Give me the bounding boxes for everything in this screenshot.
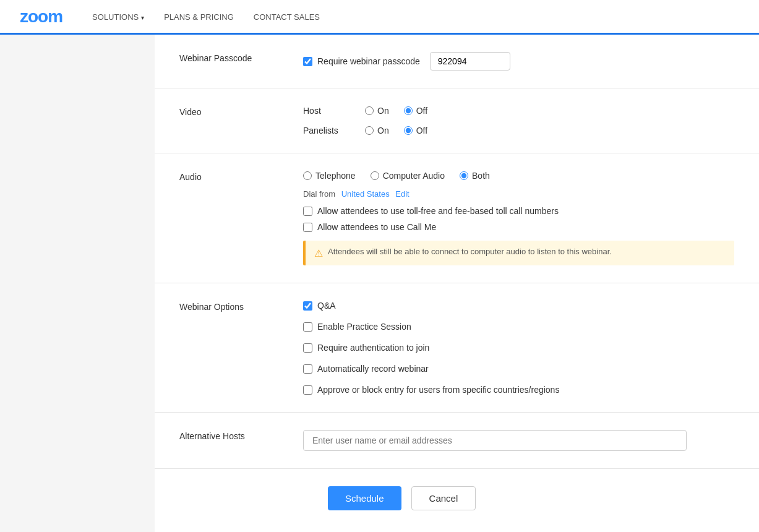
host-row: Host On Off [303, 106, 734, 116]
host-label: Host [303, 106, 365, 116]
host-on-radio[interactable] [365, 106, 374, 115]
panelists-off-text: Off [416, 126, 427, 135]
host-on-label[interactable]: On [365, 106, 389, 116]
nav-contact-link[interactable]: CONTACT SALES [254, 12, 320, 22]
nav-contact[interactable]: CONTACT SALES [254, 12, 320, 22]
info-icon: ⚠ [314, 247, 323, 259]
dial-from: Dial from United States Edit [303, 189, 734, 199]
host-on-text: On [377, 106, 389, 116]
computer-audio-radio[interactable] [371, 171, 379, 180]
practice-text: Enable Practice Session [317, 322, 411, 332]
schedule-button[interactable]: Schedule [328, 486, 401, 510]
panelists-off-label[interactable]: Off [404, 126, 427, 135]
info-message: Attendees will still be able to connect … [328, 247, 612, 256]
require-passcode-checkbox[interactable] [303, 57, 312, 66]
alt-hosts-input[interactable] [303, 430, 687, 451]
panelists-on-radio[interactable] [365, 126, 374, 135]
video-content: Host On Off Panelists [303, 106, 734, 135]
button-row: Schedule Cancel [155, 469, 759, 528]
qa-text: Q&A [317, 301, 336, 311]
record-option[interactable]: Automatically record webinar [303, 364, 734, 374]
webinar-options-label: Webinar Options [179, 301, 303, 395]
panelists-radio-group: On Off [365, 126, 427, 135]
nav-plans[interactable]: PLANS & PRICING [164, 12, 234, 22]
computer-audio-option[interactable]: Computer Audio [371, 171, 445, 181]
panelists-on-text: On [377, 126, 389, 135]
call-me-checkbox[interactable] [303, 223, 312, 232]
both-radio[interactable] [460, 171, 468, 180]
zoom-logo-text: zoom [20, 7, 62, 26]
edit-link[interactable]: Edit [395, 189, 409, 199]
countries-text: Approve or block entry for users from sp… [317, 385, 559, 395]
nav-solutions-link[interactable]: SOLUTIONS [92, 12, 139, 22]
require-passcode-checkbox-label[interactable]: Require webinar passcode [303, 56, 420, 66]
record-text: Automatically record webinar [317, 364, 429, 374]
video-section: Video Host On Off [155, 88, 759, 153]
countries-checkbox[interactable] [303, 385, 312, 395]
webinar-passcode-section: Webinar Passcode Require webinar passcod… [155, 35, 759, 88]
webinar-options-content: Q&A Enable Practice Session Require auth… [303, 301, 734, 395]
audio-checkboxes: Allow attendees to use toll-free and fee… [303, 206, 734, 232]
telephone-text: Telephone [315, 171, 356, 181]
sidebar [0, 35, 155, 532]
nav-plans-link[interactable]: PLANS & PRICING [164, 12, 234, 22]
toll-free-label[interactable]: Allow attendees to use toll-free and fee… [303, 206, 734, 216]
passcode-row: Require webinar passcode [303, 52, 734, 71]
telephone-option[interactable]: Telephone [303, 171, 356, 181]
info-banner: ⚠ Attendees will still be able to connec… [303, 241, 734, 265]
country-link[interactable]: United States [341, 189, 390, 199]
call-me-label[interactable]: Allow attendees to use Call Me [303, 222, 734, 232]
audio-content: Telephone Computer Audio Both Dial from … [303, 171, 734, 265]
toll-free-checkbox[interactable] [303, 207, 312, 216]
practice-checkbox[interactable] [303, 322, 312, 332]
both-option[interactable]: Both [460, 171, 490, 181]
audio-options: Telephone Computer Audio Both [303, 171, 734, 181]
alternative-hosts-section: Alternative Hosts [155, 413, 759, 469]
require-passcode-text: Require webinar passcode [317, 56, 420, 66]
main-content: Webinar Passcode Require webinar passcod… [155, 35, 759, 532]
qa-checkbox[interactable] [303, 301, 312, 311]
host-off-text: Off [416, 106, 427, 116]
panelists-off-radio[interactable] [404, 126, 413, 135]
countries-option[interactable]: Approve or block entry for users from sp… [303, 385, 734, 395]
nav-solutions[interactable]: SOLUTIONS [92, 12, 144, 22]
webinar-passcode-content: Require webinar passcode [303, 52, 734, 71]
video-label: Video [179, 106, 303, 135]
telephone-radio[interactable] [303, 171, 312, 180]
toll-free-text: Allow attendees to use toll-free and fee… [317, 206, 559, 216]
page-wrapper: Webinar Passcode Require webinar passcod… [0, 35, 759, 532]
auth-checkbox[interactable] [303, 343, 312, 353]
record-checkbox[interactable] [303, 364, 312, 374]
dial-from-text: Dial from [303, 189, 335, 199]
call-me-text: Allow attendees to use Call Me [317, 222, 436, 232]
host-radio-group: On Off [365, 106, 427, 116]
audio-section: Audio Telephone Computer Audio Both [155, 153, 759, 283]
practice-option[interactable]: Enable Practice Session [303, 322, 734, 332]
auth-option[interactable]: Require authentication to join [303, 343, 734, 353]
qa-option[interactable]: Q&A [303, 301, 734, 311]
computer-audio-text: Computer Audio [383, 171, 445, 181]
alternative-hosts-label: Alternative Hosts [179, 430, 303, 451]
auth-text: Require authentication to join [317, 343, 429, 353]
options-list: Q&A Enable Practice Session Require auth… [303, 301, 734, 395]
nav-links: SOLUTIONS PLANS & PRICING CONTACT SALES [92, 12, 320, 22]
host-off-radio[interactable] [404, 106, 413, 115]
panelists-on-label[interactable]: On [365, 126, 389, 135]
host-off-label[interactable]: Off [404, 106, 427, 116]
panelists-row: Panelists On Off [303, 126, 734, 135]
logo[interactable]: zoom [20, 7, 62, 27]
audio-label: Audio [179, 171, 303, 265]
passcode-input[interactable] [430, 52, 510, 71]
alternative-hosts-content [303, 430, 734, 451]
cancel-button[interactable]: Cancel [411, 486, 476, 510]
both-text: Both [472, 171, 490, 181]
webinar-passcode-label: Webinar Passcode [179, 52, 303, 71]
webinar-options-section: Webinar Options Q&A Enable Practice Sess… [155, 283, 759, 413]
panelists-label: Panelists [303, 126, 365, 135]
navbar: zoom SOLUTIONS PLANS & PRICING CONTACT S… [0, 0, 759, 35]
